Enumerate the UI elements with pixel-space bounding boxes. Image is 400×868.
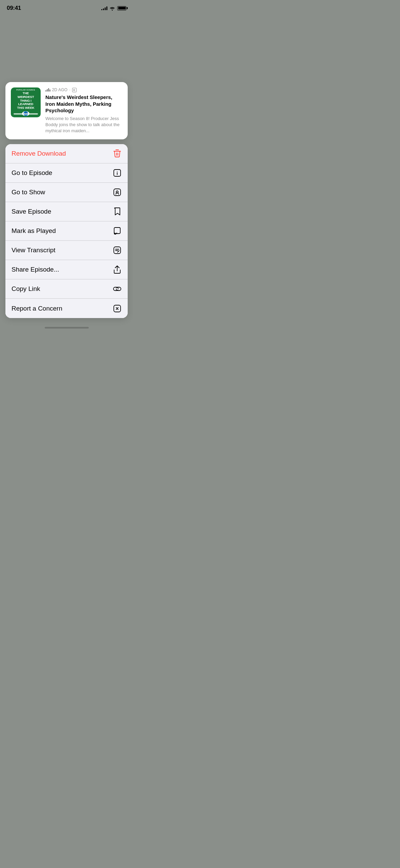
report-icon [113, 304, 122, 313]
copy-link-label: Copy Link [12, 285, 40, 293]
artwork-brand: POPULAR SCIENCE [16, 89, 35, 91]
home-indicator [0, 323, 133, 331]
view-transcript-label: View Transcript [12, 246, 56, 254]
go-to-show-item[interactable]: Go to Show [5, 183, 128, 202]
share-icon [113, 265, 122, 274]
svg-rect-7 [114, 247, 121, 254]
explicit-badge: E [72, 88, 77, 92]
home-bar [45, 327, 89, 329]
svg-rect-5 [114, 228, 120, 234]
episode-meta: 2D AGO · E [45, 87, 122, 92]
context-menu: Remove Download Go to Episode Go to Show [5, 144, 128, 318]
report-concern-item[interactable]: Report a Concern [5, 299, 128, 318]
episode-info: 2D AGO · E Nature's Weirdest Sleepers, I… [45, 87, 122, 134]
share-episode-label: Share Episode... [12, 266, 59, 273]
svg-rect-3 [114, 189, 121, 196]
background-area [0, 14, 133, 82]
go-to-episode-item[interactable]: Go to Episode [5, 163, 128, 183]
svg-point-6 [114, 233, 116, 235]
status-bar: 09:41 [0, 0, 133, 14]
bookmark-icon [113, 207, 122, 216]
battery-icon [117, 6, 126, 11]
copy-link-item[interactable]: Copy Link [5, 279, 128, 299]
episode-description: Welcome to Season 8! Producer Jess Boddy… [45, 116, 122, 134]
waveform-icon [45, 88, 50, 92]
go-to-show-label: Go to Show [12, 189, 45, 196]
mark-played-icon [113, 226, 122, 235]
artwork-title: THEWEIRDESTTHING ILEARNEDTHIS WEEK [17, 92, 35, 110]
artwork-bar [14, 113, 38, 115]
trash-icon [113, 149, 122, 158]
mark-as-played-item[interactable]: Mark as Played [5, 221, 128, 241]
episode-card: POPULAR SCIENCE THEWEIRDESTTHING ILEARNE… [5, 82, 128, 139]
explicit-label: E [73, 88, 75, 92]
save-episode-label: Save Episode [12, 208, 51, 215]
svg-point-4 [116, 191, 118, 193]
episode-title: Nature's Weirdest Sleepers, Iron Maiden … [45, 94, 122, 114]
view-transcript-item[interactable]: View Transcript [5, 241, 128, 260]
podcast-icon [113, 188, 122, 197]
svg-point-1 [117, 172, 118, 172]
go-to-episode-label: Go to Episode [12, 169, 52, 177]
signal-icon [101, 6, 107, 10]
save-episode-item[interactable]: Save Episode [5, 202, 128, 221]
separator: · [69, 87, 70, 92]
link-icon [113, 284, 122, 293]
wifi-icon [109, 6, 115, 11]
info-square-icon [113, 169, 122, 177]
share-episode-item[interactable]: Share Episode... [5, 260, 128, 279]
episode-age: 2D AGO [52, 87, 68, 92]
status-time: 09:41 [7, 5, 21, 12]
status-icons [101, 6, 126, 11]
remove-download-item[interactable]: Remove Download [5, 144, 128, 163]
remove-download-label: Remove Download [12, 150, 66, 157]
episode-artwork: POPULAR SCIENCE THEWEIRDESTTHING ILEARNE… [11, 87, 41, 117]
transcript-icon [113, 246, 122, 255]
report-concern-label: Report a Concern [12, 305, 62, 312]
mark-as-played-label: Mark as Played [12, 227, 56, 235]
